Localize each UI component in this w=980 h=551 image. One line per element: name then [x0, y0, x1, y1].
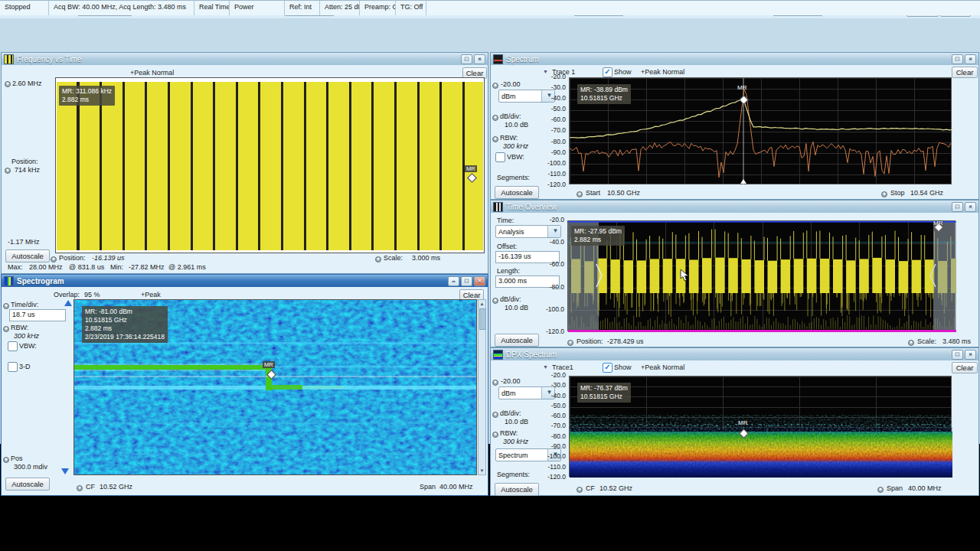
dpx-ref-knob-icon[interactable] [492, 380, 498, 386]
dpx-close-button[interactable]: × [965, 350, 976, 360]
dpx-title-bar[interactable]: DPX Spectrum □× [491, 348, 978, 360]
overview-close-button[interactable]: × [965, 202, 976, 212]
fvt-ymax-knob-icon[interactable] [5, 81, 11, 87]
fvt-bpos-knob-icon[interactable] [51, 256, 57, 262]
sgram-rbw-knob-icon[interactable] [3, 326, 9, 332]
fvt-plot[interactable]: MR: 311.086 kHz2.882 ms MR [55, 77, 485, 253]
overview-dbdiv-knob-icon[interactable] [492, 298, 498, 304]
sgram-scrollbar[interactable]: ▲ ▼ [478, 299, 486, 475]
overview-autoscale-button[interactable]: Autoscale [495, 334, 539, 347]
overview-dbdiv-label: dB/div: [500, 295, 521, 303]
dpx-rbw-knob-icon[interactable] [492, 432, 498, 438]
dpx-plot[interactable]: MR MR: -76.37 dBm10.51815 GHz [569, 376, 952, 477]
y-axis-tick: -110.0 [538, 464, 566, 471]
sgram-timediv-label: Time/div: [11, 301, 38, 308]
fvt-position-knob-icon[interactable] [5, 168, 11, 174]
dpx-show-checkbox[interactable]: ✓ [603, 363, 612, 373]
spectrum-clear-button[interactable]: Clear [952, 67, 978, 78]
spectrum-show-checkbox[interactable]: ✓ [603, 67, 612, 77]
sgram-pos-value: 300.0 mdiv [14, 463, 47, 471]
overview-pos-knob-icon[interactable] [567, 340, 573, 346]
y-axis-tick: -80.0 [538, 433, 566, 440]
spectrum-vbw-checkbox[interactable] [495, 152, 505, 162]
dpx-trace-dropdown-icon[interactable]: ▼ [543, 364, 548, 370]
fvt-close-button[interactable]: × [474, 54, 485, 64]
sgram-autoscale-button[interactable]: Autoscale [5, 478, 50, 491]
dpx-span-knob-icon[interactable] [877, 487, 884, 493]
overview-title-bar[interactable]: Time Overview □× [491, 201, 978, 213]
fvt-at-max: @ 831.8 us [69, 263, 104, 271]
panel-dpx-spectrum: DPX Spectrum □× ▼ Trace1 ✓ Show +Peak No… [490, 347, 979, 496]
sgram-panel-title: Spectrogram [17, 277, 64, 285]
sgram-timediv-input[interactable]: 18.7 us [9, 309, 66, 321]
sgram-min-button[interactable]: – [448, 276, 459, 286]
spectrum-autoscale-button[interactable]: Autoscale [495, 186, 539, 199]
spectrum-rbw-knob-icon[interactable] [492, 136, 498, 142]
overview-restore-button[interactable]: □ [952, 202, 963, 212]
fvt-y-min: -1.17 MHz [8, 238, 40, 246]
dpx-cf-knob-icon[interactable] [577, 487, 583, 493]
fvt-position-value: 714 kHz [15, 166, 40, 174]
spectrum-stop-knob-icon[interactable] [881, 191, 887, 197]
scroll-up-icon[interactable]: ▲ [479, 300, 485, 308]
spectrum-title-bar[interactable]: Spectrum □× [491, 53, 978, 65]
spectrum-dbdiv-knob-icon[interactable] [492, 115, 498, 121]
y-axis-tick: -30.0 [538, 382, 566, 389]
fvt-panel-title: Frequency vs Time [17, 55, 81, 64]
sgram-title-bar[interactable]: Spectrogram –□× [2, 275, 488, 287]
fvt-detection-label: +Peak Normal [130, 69, 174, 77]
dpx-marker-readout: MR: -76.37 dBm10.51815 GHz [577, 383, 631, 403]
dpx-marker-label: MR [738, 419, 747, 426]
sgram-marker-label: MR [263, 361, 275, 368]
sgram-close-button[interactable]: × [474, 276, 485, 286]
dpx-trace-select[interactable]: Trace1 [552, 364, 573, 371]
sgram-pos-knob-icon[interactable] [3, 457, 9, 463]
dpx-restore-button[interactable]: □ [952, 350, 963, 360]
fvt-restore-button[interactable]: □ [461, 54, 472, 64]
status-item: Ref: Int [285, 1, 320, 15]
y-axis-tick: -40.0 [538, 393, 566, 399]
status-item: Acq BW: 40.00 MHz, Acq Length: 3.480 ms [49, 1, 194, 15]
sgram-plot[interactable]: MR MR: -81.00 dBm10.51815 GHz 2.882 ms2/… [74, 299, 477, 475]
status-item: Power [230, 1, 285, 15]
dpx-ref-value: -20.00 [501, 377, 521, 385]
fvt-autoscale-button[interactable]: Autoscale [5, 249, 50, 262]
dpx-dbdiv-knob-icon[interactable] [492, 412, 498, 418]
overview-panel-title: Time Overview [506, 203, 557, 211]
spectrum-plot[interactable]: MR MR: -38.89 dBm10.51815 GHz [569, 77, 952, 184]
fvt-at-min: @ 2.961 ms [168, 263, 206, 271]
spectrum-dbdiv-label: dB/div: [500, 112, 521, 120]
scroll-thumb[interactable] [479, 308, 486, 330]
sgram-cf-knob-icon[interactable] [77, 485, 83, 491]
spectrum-segments-label: Segments: [497, 174, 530, 181]
overview-plot[interactable]: MR MR: -27.95 dBm2.882 ms [567, 220, 956, 331]
sgram-timediv-knob-icon[interactable] [3, 303, 9, 309]
application-window: Tek SignalVu-PC – □ × ▲ FileViewMarkersS… [0, 0, 980, 551]
spectrum-start-knob-icon[interactable] [577, 191, 583, 197]
overview-scale-knob-icon[interactable] [908, 340, 914, 346]
dpx-detection-label: +Peak Normal [641, 364, 684, 371]
scroll-down-icon[interactable]: ▼ [479, 467, 485, 474]
fvt-title-bar[interactable]: Frequency vs Time □× [2, 53, 488, 65]
panel-time-overview: Time Overview □× Time: Analysis▼ Offset:… [490, 200, 979, 347]
fvt-scale-knob-icon[interactable] [375, 256, 381, 262]
spectrum-close-button[interactable]: × [965, 54, 976, 64]
fvt-min-label: Min: [110, 263, 123, 271]
y-axis-tick: -80.0 [538, 139, 566, 145]
spectrum-ref-knob-icon[interactable] [492, 83, 498, 89]
sgram-restore-button[interactable]: □ [461, 276, 472, 286]
dpx-autoscale-button[interactable]: Autoscale [495, 483, 539, 496]
spectrum-restore-button[interactable]: □ [952, 54, 963, 64]
y-axis-tick: -40.0 [538, 95, 566, 102]
y-axis-tick: -20.0 [538, 372, 566, 379]
fvt-scale-label: Scale: [384, 254, 403, 262]
dpx-rbw-label: RBW: [500, 429, 518, 437]
status-bar: StoppedAcq BW: 40.00 MHz, Acq Length: 3.… [0, 0, 980, 15]
status-item: TG: Off [396, 1, 426, 15]
overview-time-label: Time: [497, 217, 514, 224]
dpx-clear-button[interactable]: Clear [952, 362, 978, 373]
sgram-vbw-checkbox[interactable] [8, 341, 18, 351]
overview-scale-label: Scale: [917, 337, 936, 345]
panel-frequency-vs-time: Frequency vs Time □× +Peak Normal Clear … [1, 52, 488, 274]
sgram-3d-checkbox[interactable] [8, 362, 18, 372]
